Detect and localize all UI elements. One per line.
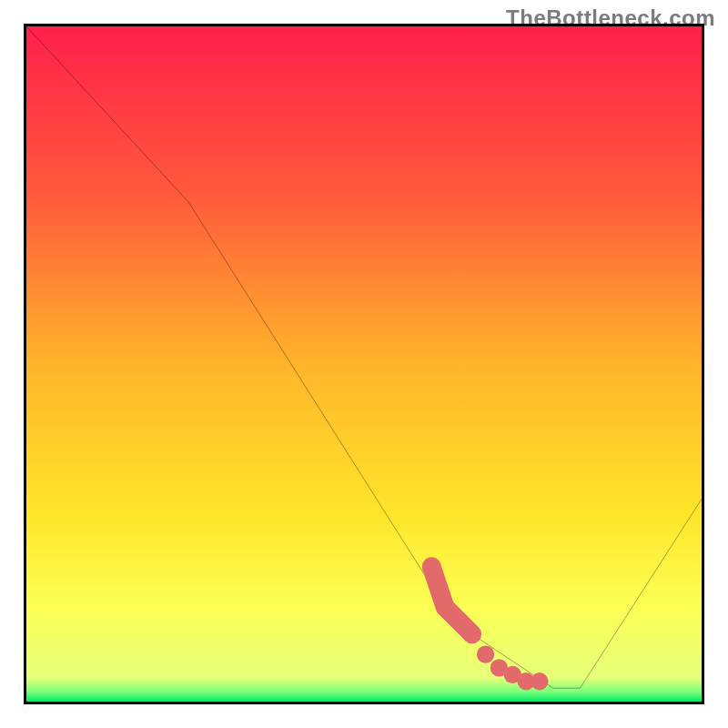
plot-area xyxy=(24,24,704,704)
chart-root: TheBottleneck.com xyxy=(0,0,728,728)
recommended-range-dots xyxy=(463,625,548,690)
svg-point-1 xyxy=(477,645,494,662)
curve-layer xyxy=(26,26,702,702)
svg-point-5 xyxy=(531,672,548,690)
recommended-range-highlight xyxy=(431,567,472,634)
svg-point-0 xyxy=(463,625,480,642)
bottleneck-curve xyxy=(26,26,702,688)
